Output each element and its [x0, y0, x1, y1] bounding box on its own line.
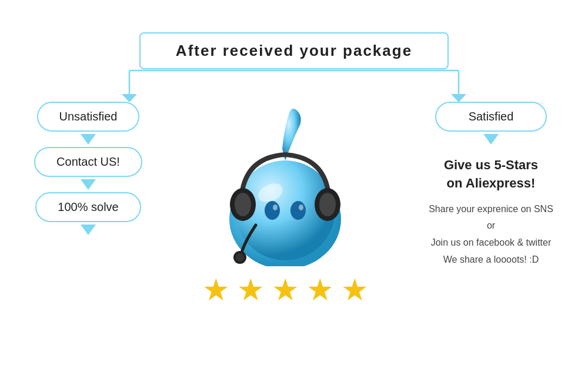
solve-label: 100% solve [58, 200, 118, 213]
stars-row: ★ ★ ★ ★ ★ [202, 272, 369, 307]
svg-marker-5 [451, 94, 466, 102]
arrow-1 [81, 134, 96, 145]
solve-box: 100% solve [35, 192, 141, 222]
main-row: Unsatisfied Contact US! 100% solve [29, 102, 559, 307]
arrow-2 [81, 179, 96, 190]
svg-point-9 [265, 201, 280, 220]
arrow-3 [81, 225, 96, 235]
star-2: ★ [237, 272, 265, 307]
star-1: ★ [202, 272, 230, 307]
svg-point-11 [273, 205, 278, 210]
contact-box: Contact US! [34, 147, 142, 177]
share-text: Share your exprenice on SNS or Join us o… [429, 201, 553, 269]
page-container: After received your package Unsatisfied [0, 0, 588, 392]
center-column: ★ ★ ★ ★ ★ [197, 102, 373, 307]
header-title: After received your package [176, 42, 412, 59]
satisfied-box: Satisfied [435, 102, 547, 132]
svg-point-18 [236, 253, 244, 262]
svg-point-12 [299, 205, 303, 210]
svg-point-14 [235, 193, 251, 216]
satisfied-label: Satisfied [469, 110, 514, 123]
star-4: ★ [306, 272, 334, 307]
unsatisfied-label: Unsatisfied [59, 110, 118, 123]
mascot-svg [209, 102, 362, 266]
give-stars-text: Give us 5-Stars on Aliexpress! [429, 156, 553, 193]
svg-point-16 [319, 193, 336, 216]
arrow-right-1 [483, 134, 499, 145]
unsatisfied-box: Unsatisfied [37, 102, 140, 132]
star-3: ★ [272, 272, 299, 307]
right-text-area: Give us 5-Stars on Aliexpress! Share you… [429, 156, 553, 269]
contact-label: Contact US! [56, 155, 120, 168]
svg-marker-4 [122, 94, 137, 102]
svg-point-10 [290, 201, 306, 220]
star-5: ★ [341, 272, 369, 307]
left-column: Unsatisfied Contact US! 100% solve [29, 102, 147, 237]
connector-area [59, 69, 529, 102]
header-box: After received your package [139, 32, 449, 69]
connector-svg [59, 69, 529, 102]
right-column: Satisfied Give us 5-Stars on Aliexpress!… [423, 102, 559, 269]
